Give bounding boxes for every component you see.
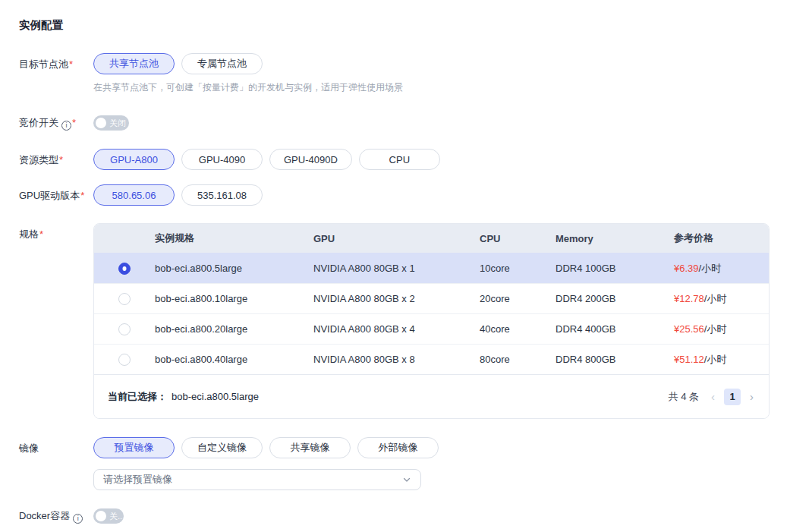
table-row[interactable]: bob-eci.a800.5large NVIDIA A800 80GB x 1… <box>94 253 769 283</box>
cell-price: ¥51.12/小时 <box>674 353 769 367</box>
current-selection-value: bob-eci.a800.5large <box>172 391 259 402</box>
total-count: 共 4 条 <box>669 390 699 404</box>
gpu-driver-label: GPU驱动版本* <box>19 184 93 203</box>
toggle-state-text: 关闭 <box>109 118 126 129</box>
cell-gpu: NVIDIA A800 80GB x 2 <box>313 293 480 304</box>
radio-button[interactable] <box>118 263 131 275</box>
required-asterisk: * <box>59 154 63 165</box>
cell-memory: DDR4 800GB <box>556 354 674 365</box>
resource-option-gpu-4090d[interactable]: GPU-4090D <box>269 149 352 170</box>
table-row[interactable]: bob-eci.a800.10large NVIDIA A800 80GB x … <box>94 283 769 313</box>
toggle-state-text: 关... <box>109 511 124 522</box>
preset-image-select[interactable]: 请选择预置镜像 <box>93 469 421 490</box>
field-spot-switch: 竞价开关i* 关闭 <box>19 112 790 131</box>
spec-table-header: 实例规格 GPU CPU Memory 参考价格 <box>94 224 769 253</box>
node-pool-label: 目标节点池* <box>19 53 93 71</box>
page-title: 实例配置 <box>19 18 790 33</box>
toggle-knob <box>96 511 106 521</box>
pagination-prev-icon[interactable]: ‹ <box>710 391 716 402</box>
resource-option-gpu-a800[interactable]: GPU-A800 <box>93 149 175 170</box>
pagination: 共 4 条 ‹ 1 › <box>669 389 755 405</box>
docker-label: Docker容器i <box>19 505 93 524</box>
cell-memory: DDR4 100GB <box>556 263 674 274</box>
node-pool-option-dedicated[interactable]: 专属节点池 <box>181 53 263 74</box>
instance-config-page: 实例配置 目标节点池* 共享节点池 专属节点池 在共享节点池下，可创建「按量计费… <box>0 0 790 524</box>
header-price: 参考价格 <box>674 231 769 245</box>
cell-gpu: NVIDIA A800 80GB x 4 <box>313 323 480 335</box>
cell-cpu: 20core <box>480 293 556 304</box>
cell-memory: DDR4 200GB <box>556 293 674 304</box>
cell-cpu: 40core <box>480 323 556 335</box>
info-icon: i <box>73 514 83 524</box>
header-gpu: GPU <box>313 233 480 244</box>
chevron-down-icon <box>402 475 411 484</box>
cell-instance-spec: bob-eci.a800.10large <box>155 293 313 304</box>
node-pool-hint: 在共享节点池下，可创建「按量计费」的开发机与实例，适用于弹性使用场景 <box>93 81 403 94</box>
header-instance-spec: 实例规格 <box>155 231 313 245</box>
spec-table: 实例规格 GPU CPU Memory 参考价格 bob-eci.a800.5l… <box>93 223 770 419</box>
driver-option-535[interactable]: 535.161.08 <box>181 184 263 206</box>
field-docker: Docker容器i 关... <box>19 505 790 524</box>
cell-cpu: 10core <box>480 263 556 274</box>
header-cpu: CPU <box>480 233 556 244</box>
field-gpu-driver: GPU驱动版本* 580.65.06 535.161.08 <box>19 184 790 206</box>
cell-instance-spec: bob-eci.a800.40large <box>155 354 313 365</box>
radio-button[interactable] <box>118 293 131 305</box>
cell-price: ¥12.78/小时 <box>674 292 769 306</box>
required-asterisk: * <box>80 190 84 201</box>
image-option-preset[interactable]: 预置镜像 <box>93 437 175 458</box>
image-option-custom[interactable]: 自定义镜像 <box>181 437 263 458</box>
spot-switch-toggle[interactable]: 关闭 <box>93 115 129 131</box>
resource-option-gpu-4090[interactable]: GPU-4090 <box>181 149 263 170</box>
docker-toggle[interactable]: 关... <box>93 508 124 524</box>
cell-instance-spec: bob-eci.a800.20large <box>155 323 313 335</box>
preset-image-placeholder: 请选择预置镜像 <box>103 473 172 486</box>
cell-cpu: 80core <box>480 354 556 365</box>
node-pool-option-shared[interactable]: 共享节点池 <box>93 53 175 74</box>
header-memory: Memory <box>556 233 674 244</box>
current-selection-label: 当前已选择： <box>108 390 167 404</box>
toggle-knob <box>96 118 106 128</box>
cell-gpu: NVIDIA A800 80GB x 1 <box>313 263 480 274</box>
cell-instance-spec: bob-eci.a800.5large <box>155 263 313 274</box>
gpu-driver-options: 580.65.06 535.161.08 <box>93 184 263 206</box>
spec-label: 规格* <box>19 223 93 241</box>
field-resource-type: 资源类型* GPU-A800 GPU-4090 GPU-4090D CPU <box>19 149 790 170</box>
required-asterisk: * <box>69 58 73 70</box>
spec-table-footer: 当前已选择： bob-eci.a800.5large 共 4 条 ‹ 1 › <box>94 374 769 418</box>
field-spec: 规格* 实例规格 GPU CPU Memory 参考价格 bob-eci.a80… <box>19 223 790 419</box>
table-row[interactable]: bob-eci.a800.40large NVIDIA A800 80GB x … <box>94 344 769 374</box>
cell-price: ¥25.56/小时 <box>674 323 769 336</box>
image-options: 预置镜像 自定义镜像 共享镜像 外部镜像 <box>93 437 439 458</box>
resource-type-options: GPU-A800 GPU-4090 GPU-4090D CPU <box>93 149 440 170</box>
image-option-external[interactable]: 外部镜像 <box>357 437 439 458</box>
pagination-next-icon[interactable]: › <box>748 391 755 402</box>
cell-price: ¥6.39/小时 <box>674 262 769 275</box>
spot-switch-label: 竞价开关i* <box>19 112 93 131</box>
node-pool-options: 共享节点池 专属节点池 <box>93 53 403 74</box>
image-option-shared[interactable]: 共享镜像 <box>269 437 351 458</box>
driver-option-580[interactable]: 580.65.06 <box>93 184 175 206</box>
pagination-page-1[interactable]: 1 <box>724 389 741 405</box>
radio-button[interactable] <box>118 323 131 335</box>
image-label: 镜像 <box>19 437 93 455</box>
resource-option-cpu[interactable]: CPU <box>359 149 440 170</box>
resource-type-label: 资源类型* <box>19 149 93 167</box>
field-node-pool: 目标节点池* 共享节点池 专属节点池 在共享节点池下，可创建「按量计费」的开发机… <box>19 53 790 94</box>
info-icon: i <box>61 121 71 131</box>
required-asterisk: * <box>72 117 76 128</box>
required-asterisk: * <box>39 228 43 240</box>
table-row[interactable]: bob-eci.a800.20large NVIDIA A800 80GB x … <box>94 313 769 344</box>
cell-memory: DDR4 400GB <box>556 323 674 335</box>
cell-gpu: NVIDIA A800 80GB x 8 <box>313 354 480 365</box>
field-image: 镜像 预置镜像 自定义镜像 共享镜像 外部镜像 请选择预置镜像 <box>19 437 790 490</box>
radio-button[interactable] <box>118 354 131 366</box>
